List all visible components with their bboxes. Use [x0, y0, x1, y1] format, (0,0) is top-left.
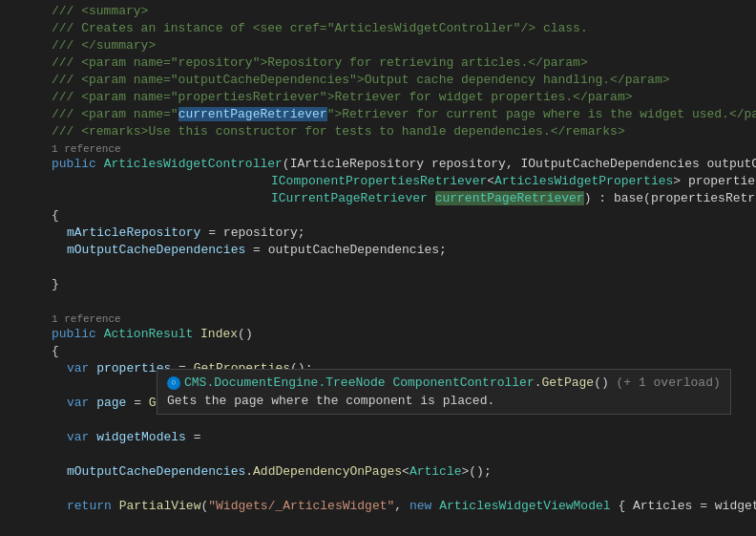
code-content: /// Creates an instance of <see cref="Ar… [52, 21, 756, 35]
code-content: mOutputCacheDependencies.AddDependencyOn… [52, 464, 756, 479]
code-content: return PartialView("Widgets/_ArticlesWid… [52, 499, 756, 513]
code-content: /// <remarks>Use this constructor for te… [52, 124, 756, 139]
code-editor: /// <summary> /// Creates an instance of… [0, 0, 756, 536]
code-line: var widgetModels = [0, 430, 756, 447]
code-line: /// <remarks>Use this constructor for te… [0, 124, 756, 141]
code-content: } [52, 277, 756, 291]
ref-text-2: 1 reference [52, 313, 121, 325]
code-line: public ArticlesWidgetController(IArticle… [0, 157, 756, 174]
tooltip-description: Gets the page where the component is pla… [167, 394, 721, 408]
empty-line [0, 482, 756, 499]
code-content: /// </summary> [52, 38, 756, 53]
code-line: { [0, 208, 756, 225]
code-line: IComponentPropertiesRetriever<ArticlesWi… [0, 174, 756, 191]
code-line: /// <param name="outputCacheDependencies… [0, 73, 756, 90]
ref-text: 1 reference [52, 143, 121, 155]
code-line: /// <summary> [0, 4, 756, 21]
code-line: ICurrentPageRetriever currentPageRetriev… [0, 191, 756, 208]
code-content: public ActionResult Index() [52, 327, 756, 341]
code-line: mOutputCacheDependencies.AddDependencyOn… [0, 464, 756, 482]
code-line: public ActionResult Index() [0, 327, 756, 344]
code-line: return PartialView("Widgets/_ArticlesWid… [0, 499, 756, 516]
code-content: mOutputCacheDependencies = outputCacheDe… [52, 243, 756, 257]
code-content: /// <summary> [52, 4, 756, 18]
code-content: IComponentPropertiesRetriever<ArticlesWi… [52, 174, 756, 188]
code-line: /// <param name="currentPageRetriever">R… [0, 107, 756, 124]
code-line: /// Creates an instance of <see cref="Ar… [0, 21, 756, 38]
code-content: mArticleRepository = repository; [52, 225, 756, 240]
code-line: /// </summary> [0, 38, 756, 55]
code-content: var widgetModels = [52, 430, 756, 444]
code-content: /// <param name="propertiesRetriever">Re… [52, 90, 756, 104]
reference-indicator: 1 reference [0, 141, 756, 157]
empty-line [0, 447, 756, 464]
code-content: { [52, 344, 756, 358]
empty-line [0, 413, 756, 430]
code-line: } [0, 277, 756, 294]
code-line: mOutputCacheDependencies = outputCacheDe… [0, 243, 756, 260]
code-line: /// <param name="repository">Repository … [0, 55, 756, 73]
code-content: /// <param name="currentPageRetriever">R… [52, 107, 756, 121]
code-content: /// <param name="repository">Repository … [52, 55, 756, 70]
code-content: public ArticlesWidgetController(IArticle… [52, 157, 756, 171]
code-line: mArticleRepository = repository; [0, 225, 756, 243]
code-line: { [0, 344, 756, 361]
empty-line [0, 294, 756, 311]
tooltip-signature: CMS.DocumentEngine.TreeNode ComponentCon… [184, 375, 721, 390]
intellisense-tooltip: ○ CMS.DocumentEngine.TreeNode ComponentC… [157, 369, 731, 415]
empty-line [0, 260, 756, 277]
tooltip-title: ○ CMS.DocumentEngine.TreeNode ComponentC… [167, 375, 721, 390]
code-content: ICurrentPageRetriever currentPageRetriev… [52, 191, 756, 205]
code-content: /// <param name="outputCacheDependencies… [52, 73, 756, 87]
reference-indicator-2: 1 reference [0, 311, 756, 327]
code-line: /// <param name="propertiesRetriever">Re… [0, 90, 756, 107]
tooltip-icon: ○ [167, 376, 180, 390]
code-content: { [52, 208, 756, 223]
